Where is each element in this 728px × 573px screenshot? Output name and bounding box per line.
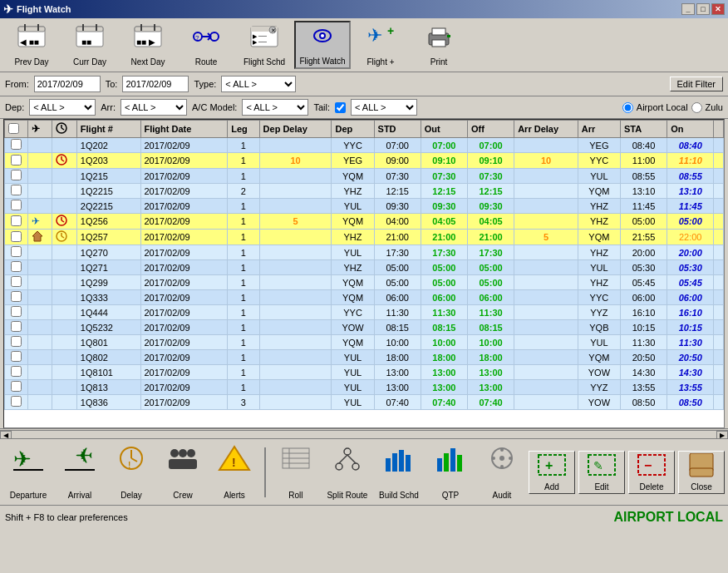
to-date-input[interactable] (122, 76, 189, 92)
crew-button[interactable]: Crew (158, 442, 208, 502)
table-row[interactable]: 1Q3332017/02/091YQM06:0006:0006:00YYC06:… (5, 290, 724, 305)
table-row[interactable]: 1Q2702017/02/091YUL17:3017:3017:30YHZ20:… (5, 245, 724, 260)
th-flight[interactable]: Flight # (76, 121, 140, 138)
flight-watch-button[interactable]: Flight Watch (294, 21, 351, 69)
table-row[interactable]: 1Q81012017/02/091YUL13:0013:0013:00YOW14… (5, 365, 724, 380)
table-row[interactable]: 1Q2022017/02/091YYC07:0007:0007:00YEG08:… (5, 138, 724, 153)
table-row[interactable]: 1Q22152017/02/092YHZ12:1512:1512:15YQM13… (5, 184, 724, 199)
row-checkbox[interactable] (11, 381, 22, 392)
table-row[interactable]: ✈1Q2562017/02/0915YQM04:0004:0504:05YHZ0… (5, 214, 724, 230)
ac-model-select[interactable]: < ALL > (242, 99, 308, 116)
row-checkbox[interactable] (11, 261, 22, 272)
row-checkbox[interactable] (11, 231, 22, 242)
row-checkbox[interactable] (11, 185, 22, 195)
th-arr-delay[interactable]: Arr Delay (514, 121, 578, 138)
add-button[interactable]: + Add (529, 451, 575, 494)
th-sta[interactable]: STA (620, 121, 667, 138)
close-action-button[interactable]: Close (678, 451, 725, 494)
row-checkbox[interactable] (11, 351, 22, 362)
table-row[interactable]: 1Q4442017/02/091YYC11:3011:3011:30YYZ16:… (5, 305, 724, 320)
tail-checkbox[interactable] (335, 102, 346, 113)
row-checkbox[interactable] (11, 396, 22, 407)
audit-button[interactable]: Audit (477, 442, 527, 502)
row-checkbox[interactable] (11, 321, 22, 332)
th-check[interactable] (5, 121, 28, 138)
off-cell: 07:40 (467, 395, 514, 410)
add-label: Add (544, 482, 559, 491)
row-checkbox[interactable] (11, 306, 22, 317)
row-checkbox[interactable] (11, 246, 22, 257)
zulu-radio[interactable] (691, 102, 702, 113)
table-row[interactable]: 1Q8362017/02/093YUL07:4007:4007:40YOW08:… (5, 395, 724, 410)
type-select[interactable]: < ALL > (221, 76, 296, 92)
next-day-button[interactable]: ■■ ▶ Next Day (120, 21, 176, 69)
th-out[interactable]: Out (421, 121, 467, 138)
table-row[interactable]: 2Q22152017/02/091YUL09:3009:3009:30YHZ11… (5, 199, 724, 214)
roll-button[interactable]: Roll (271, 442, 321, 502)
row-checkbox[interactable] (11, 155, 22, 165)
arr-select[interactable]: < ALL > (121, 99, 187, 116)
th-leg[interactable]: Leg (228, 121, 259, 138)
leg-cell: 1 (228, 350, 259, 365)
table-row[interactable]: 1Q8132017/02/091YUL13:0013:0013:00YYZ13:… (5, 380, 724, 395)
table-row[interactable]: 1Q8022017/02/091YUL18:0018:0018:00YQM20:… (5, 350, 724, 365)
qtp-button[interactable]: QTP (425, 442, 475, 502)
th-off[interactable]: Off (467, 121, 514, 138)
curr-day-button[interactable]: ■■ Curr Day (61, 21, 118, 69)
scroll-left-button[interactable]: ◀ (0, 431, 12, 439)
flight-plus-button[interactable]: ✈ + Flight + (352, 21, 409, 69)
minimize-button[interactable]: _ (681, 3, 695, 15)
tail-select[interactable]: < ALL > (351, 99, 417, 116)
row-checkbox[interactable] (11, 291, 22, 302)
from-date-input[interactable] (34, 76, 101, 92)
th-flight-date[interactable]: Flight Date (140, 121, 228, 138)
edit-filter-button[interactable]: Edit Filter (670, 77, 723, 91)
close-button[interactable]: ✕ (711, 3, 725, 15)
table-row[interactable]: 1Q2152017/02/091YQM07:3007:3007:30YUL08:… (5, 169, 724, 184)
next-day-icon: ■■ ▶ (133, 23, 163, 52)
table-row[interactable]: 1Q2992017/02/091YQM05:0005:0005:00YHZ05:… (5, 275, 724, 290)
sta-cell: 08:55 (620, 169, 667, 184)
th-dep-delay[interactable]: Dep Delay (259, 121, 332, 138)
route-button[interactable]: ? Route (178, 21, 234, 69)
row-checkbox[interactable] (11, 139, 22, 150)
delay-button[interactable]: ! Delay (106, 442, 156, 502)
flight-schd-button[interactable]: ▶ ── ▶ ── ✕ Flight Schd (236, 21, 293, 69)
th-std[interactable]: STD (374, 121, 421, 138)
airport-local-radio[interactable] (622, 102, 633, 113)
sta-cell: 13:55 (620, 380, 667, 395)
prev-day-button[interactable]: ◀ ■■ Prev Day (3, 21, 60, 69)
departure-button[interactable]: ✈ Departure (3, 442, 53, 502)
dep-select[interactable]: < ALL > (29, 99, 96, 116)
row-checkbox[interactable] (11, 276, 22, 287)
th-arr[interactable]: Arr (578, 121, 620, 138)
svg-line-72 (347, 455, 356, 463)
row-checkbox[interactable] (11, 336, 22, 347)
edit-button[interactable]: ✎ Edit (578, 451, 625, 494)
select-all-checkbox[interactable] (8, 123, 19, 134)
th-on[interactable]: On (667, 121, 714, 138)
table-row[interactable]: 1Q8012017/02/091YQM10:0010:0010:00YUL11:… (5, 335, 724, 350)
alerts-button[interactable]: ! Alerts (209, 442, 259, 502)
dep-airport-cell: YUL (332, 245, 374, 260)
horizontal-scrollbar[interactable]: ◀ ▶ (0, 428, 728, 438)
sta-cell: 16:10 (620, 305, 667, 320)
th-dep[interactable]: Dep (332, 121, 374, 138)
table-row[interactable]: 1Q52322017/02/091YOW08:1508:1508:15YQB10… (5, 320, 724, 335)
scroll-right-button[interactable]: ▶ (716, 431, 728, 439)
svg-text:!: ! (232, 456, 236, 469)
table-row[interactable]: 1Q2572017/02/091YHZ21:0021:0021:005YQM21… (5, 230, 724, 245)
row-checkbox[interactable] (11, 200, 22, 210)
table-row[interactable]: 1Q2712017/02/091YHZ05:0005:0005:00YUL05:… (5, 260, 724, 275)
row-checkbox[interactable] (11, 215, 22, 226)
table-row[interactable]: 1Q2032017/02/09110YEG09:0009:1009:1010YY… (5, 153, 724, 169)
delete-button[interactable]: − Delete (628, 451, 675, 494)
row-checkbox[interactable] (11, 170, 22, 180)
split-route-button[interactable]: Split Route (322, 442, 372, 502)
maximize-button[interactable]: □ (696, 3, 710, 15)
row-checkbox[interactable] (11, 366, 22, 377)
build-schd-button[interactable]: Build Schd (374, 442, 424, 502)
on-cell: 10:15 (667, 320, 714, 335)
arrival-button[interactable]: ✈ Arrival (55, 442, 105, 502)
print-button[interactable]: Print (411, 21, 467, 69)
